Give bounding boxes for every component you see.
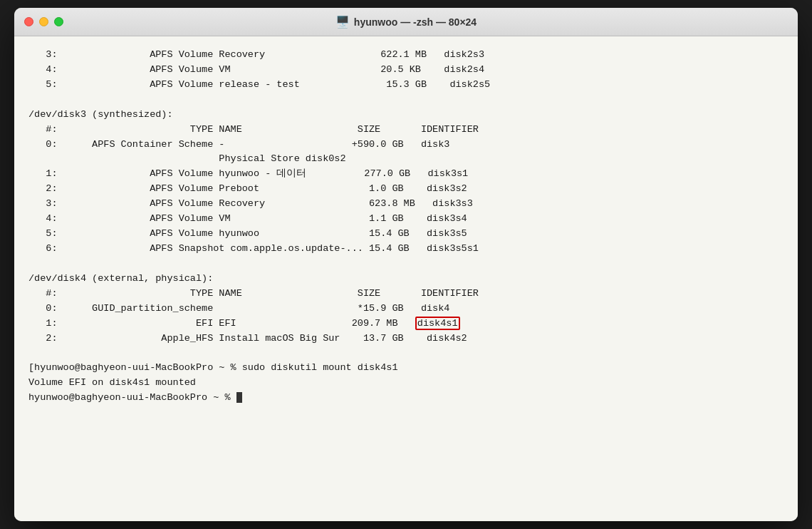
blank2 xyxy=(28,257,784,272)
disk3-0: 0: APFS Container Scheme - +590.0 GB dis… xyxy=(28,138,784,153)
disk3-5: 5: APFS Volume hyunwoo 15.4 GB disk3s5 xyxy=(28,227,784,242)
disk2s5-line: 5: APFS Volume release - test 15.3 GB di… xyxy=(28,78,784,93)
terminal-window: 🖥️ hyunwoo — -zsh — 80×24 3: APFS Volume… xyxy=(14,8,798,521)
disk3-6: 6: APFS Snapshot com.apple.os.update-...… xyxy=(28,242,784,257)
maximize-button[interactable] xyxy=(54,17,63,26)
terminal-icon: 🖥️ xyxy=(335,15,350,29)
disk3-header: /dev/disk3 (synthesized): xyxy=(28,108,784,123)
mounted-line: Volume EFI on disk4s1 mounted xyxy=(28,376,784,391)
blank1 xyxy=(28,93,784,108)
disk4-0: 0: GUID_partition_scheme *15.9 GB disk4 xyxy=(28,302,784,317)
close-button[interactable] xyxy=(24,17,33,26)
disk3-2: 2: APFS Volume Preboot 1.0 GB disk3s2 xyxy=(28,182,784,197)
disk2s4-line: 4: APFS Volume VM 20.5 KB disk2s4 xyxy=(28,63,784,78)
highlighted-disk4s1: disk4s1 xyxy=(415,317,460,330)
disk4-2: 2: Apple_HFS Install macOS Big Sur 13.7 … xyxy=(28,332,784,346)
terminal-body[interactable]: 3: APFS Volume Recovery 622.1 MB disk2s3… xyxy=(14,36,798,521)
disk4-col: #: TYPE NAME SIZE IDENTIFIER xyxy=(28,287,784,302)
terminal-cursor xyxy=(236,392,242,403)
prompt-line: hyunwoo@baghyeon-uui-MacBookPro ~ % xyxy=(28,391,784,406)
disk3-0b: Physical Store disk0s2 xyxy=(28,152,784,167)
disk3-3: 3: APFS Volume Recovery 623.8 MB disk3s3 xyxy=(28,197,784,212)
window-title: hyunwoo — -zsh — 80×24 xyxy=(354,16,477,28)
disk4-header: /dev/disk4 (external, physical): xyxy=(28,272,784,287)
disk2s3-line: 3: APFS Volume Recovery 622.1 MB disk2s3 xyxy=(28,48,784,63)
disk3-col: #: TYPE NAME SIZE IDENTIFIER xyxy=(28,123,784,138)
blank3 xyxy=(28,346,784,361)
disk3-4: 4: APFS Volume VM 1.1 GB disk3s4 xyxy=(28,212,784,227)
disk4-1: 1: EFI EFI 209.7 MB disk4s1 xyxy=(28,317,784,332)
cmd-line: [hyunwoo@baghyeon-uui-MacBookPro ~ % sud… xyxy=(28,361,784,376)
minimize-button[interactable] xyxy=(39,17,48,26)
titlebar: 🖥️ hyunwoo — -zsh — 80×24 xyxy=(14,8,798,36)
disk3-1: 1: APFS Volume hyunwoo - 데이터 277.0 GB di… xyxy=(28,167,784,182)
traffic-lights xyxy=(24,17,63,26)
